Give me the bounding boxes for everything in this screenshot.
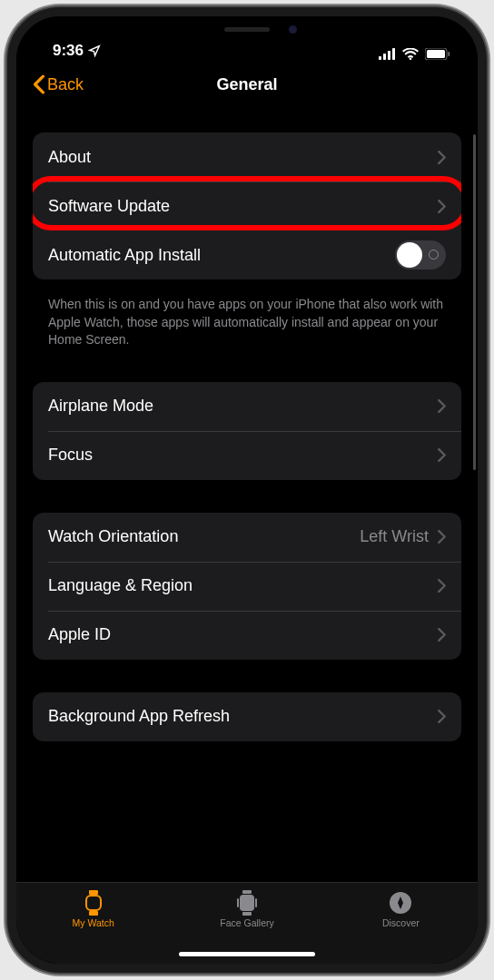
chevron-right-icon — [438, 448, 446, 462]
row-label: Automatic App Install — [48, 246, 395, 265]
svg-rect-12 — [240, 895, 254, 911]
row-label: Airplane Mode — [48, 397, 438, 416]
chevron-left-icon — [33, 74, 45, 94]
scroll-indicator — [473, 134, 476, 470]
chevron-right-icon — [438, 628, 446, 642]
tab-face-gallery[interactable]: Face Gallery — [193, 890, 301, 928]
svg-rect-7 — [89, 890, 98, 895]
row-label: Software Update — [48, 197, 438, 216]
notch — [156, 16, 338, 42]
status-icons — [379, 48, 450, 60]
location-icon — [88, 44, 101, 57]
svg-rect-5 — [427, 50, 445, 58]
row-label: Language & Region — [48, 576, 438, 595]
screen: 9:36 Back General About — [16, 16, 478, 964]
section-footer: When this is on and you have apps on you… — [33, 287, 461, 349]
row-label: About — [48, 148, 438, 167]
device-frame: 9:36 Back General About — [7, 7, 487, 973]
svg-rect-6 — [449, 52, 450, 56]
chevron-right-icon — [438, 530, 446, 544]
row-airplane-mode[interactable]: Airplane Mode — [33, 382, 461, 431]
cellular-icon — [379, 48, 396, 60]
svg-rect-9 — [86, 896, 101, 910]
back-label: Back — [47, 75, 84, 94]
tab-my-watch[interactable]: My Watch — [39, 890, 148, 928]
wifi-icon — [402, 48, 419, 60]
battery-icon — [425, 48, 450, 60]
row-label: Apple ID — [48, 625, 438, 644]
svg-rect-1 — [383, 54, 386, 60]
toggle-ring — [429, 250, 439, 260]
svg-rect-14 — [255, 898, 257, 907]
svg-rect-13 — [237, 898, 239, 907]
row-label: Background App Refresh — [48, 707, 438, 726]
row-focus[interactable]: Focus — [33, 431, 461, 480]
toggle-automatic-app-install[interactable] — [395, 240, 446, 270]
watch-icon — [81, 890, 106, 916]
section-3: Watch Orientation Left Wrist Language & … — [33, 513, 461, 660]
row-background-app-refresh[interactable]: Background App Refresh — [33, 692, 461, 741]
row-value: Left Wrist — [360, 527, 429, 546]
row-software-update[interactable]: Software Update — [33, 181, 461, 230]
gallery-icon — [234, 890, 260, 916]
tab-discover[interactable]: Discover — [346, 890, 455, 928]
content-area[interactable]: About Software Update Automatic App Inst… — [16, 107, 478, 882]
chevron-right-icon — [438, 399, 446, 413]
discover-icon — [388, 890, 413, 916]
svg-rect-8 — [89, 911, 98, 916]
time-text: 9:36 — [53, 42, 84, 60]
nav-bar: Back General — [16, 62, 478, 107]
row-apple-id[interactable]: Apple ID — [33, 611, 461, 660]
row-label: Watch Orientation — [48, 527, 360, 546]
svg-rect-2 — [388, 51, 390, 60]
home-indicator[interactable] — [179, 952, 315, 956]
row-watch-orientation[interactable]: Watch Orientation Left Wrist — [33, 513, 461, 562]
svg-rect-0 — [379, 56, 381, 60]
row-label: Focus — [48, 446, 438, 465]
tab-label: My Watch — [73, 917, 114, 928]
tab-label: Discover — [382, 917, 420, 928]
chevron-right-icon — [438, 579, 446, 593]
svg-rect-3 — [392, 48, 395, 60]
chevron-right-icon — [438, 200, 446, 213]
status-time: 9:36 — [53, 42, 101, 60]
chevron-right-icon — [438, 151, 446, 164]
toggle-knob — [397, 242, 422, 268]
page-title: General — [216, 75, 277, 94]
svg-rect-11 — [242, 912, 252, 916]
tab-label: Face Gallery — [220, 917, 274, 928]
chevron-right-icon — [438, 710, 446, 723]
section-4: Background App Refresh — [33, 692, 461, 741]
svg-rect-10 — [242, 890, 252, 894]
back-button[interactable]: Back — [33, 74, 84, 94]
section-1: About Software Update Automatic App Inst… — [33, 132, 461, 279]
row-language-region[interactable]: Language & Region — [33, 562, 461, 611]
row-about[interactable]: About — [33, 132, 461, 181]
section-2: Airplane Mode Focus — [33, 382, 461, 480]
row-automatic-app-install[interactable]: Automatic App Install — [33, 230, 461, 279]
